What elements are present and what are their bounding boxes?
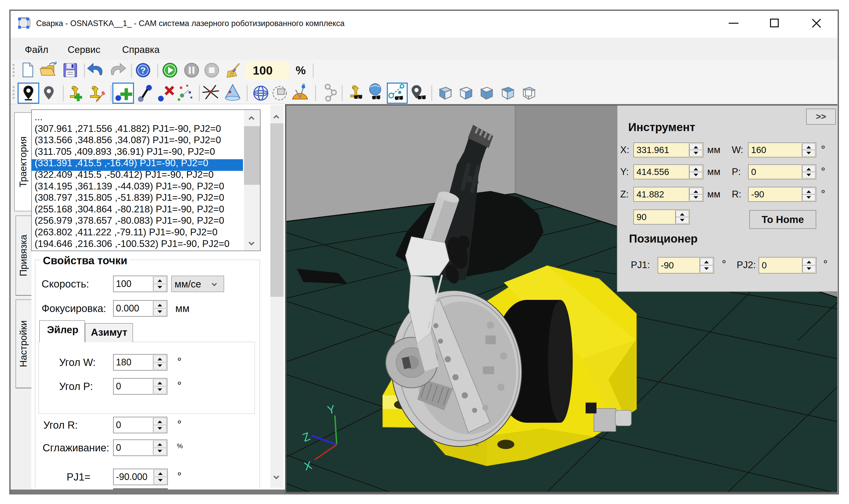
svg-text:?: ? (140, 65, 146, 75)
svg-text:100: 100 (253, 64, 273, 77)
svg-text:%: % (296, 64, 306, 77)
